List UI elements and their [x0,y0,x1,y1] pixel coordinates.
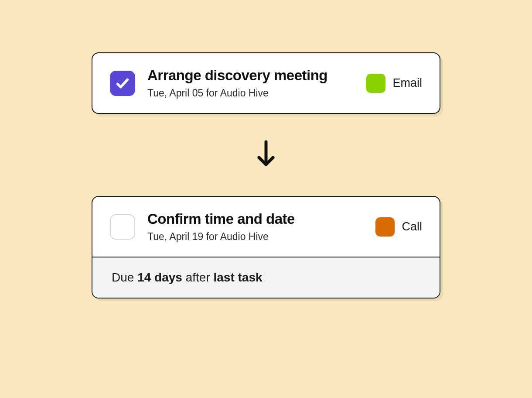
task-card-2: Confirm time and date Tue, April 19 for … [92,196,440,298]
task-card-1: Arrange discovery meeting Tue, April 05 … [92,52,440,114]
checkmark-icon [115,76,130,91]
task-tag[interactable]: Call [375,217,422,237]
arrow-down-icon [256,140,276,167]
checkbox-checked[interactable] [110,71,135,96]
flow-arrow [256,140,276,167]
task-title: Arrange discovery meeting [147,67,354,84]
tag-swatch-call [375,217,395,237]
task-text: Arrange discovery meeting Tue, April 05 … [147,67,354,99]
tag-label: Call [402,220,422,233]
due-rule-footer: Due 14 days after last task [92,257,440,298]
task-subtitle: Tue, April 05 for Audio Hive [147,87,354,99]
due-prefix: Due [112,271,137,284]
task-row: Arrange discovery meeting Tue, April 05 … [92,53,440,113]
due-anchor: last task [214,271,263,284]
task-text: Confirm time and date Tue, April 19 for … [147,211,363,243]
task-title: Confirm time and date [147,211,363,227]
task-subtitle: Tue, April 19 for Audio Hive [147,231,363,243]
task-row: Confirm time and date Tue, April 19 for … [92,197,440,257]
task-tag[interactable]: Email [366,74,422,93]
due-mid: after [182,271,214,284]
due-interval: 14 days [137,271,182,284]
tag-swatch-email [366,74,385,93]
tag-label: Email [392,76,422,90]
checkbox-unchecked[interactable] [110,214,135,240]
